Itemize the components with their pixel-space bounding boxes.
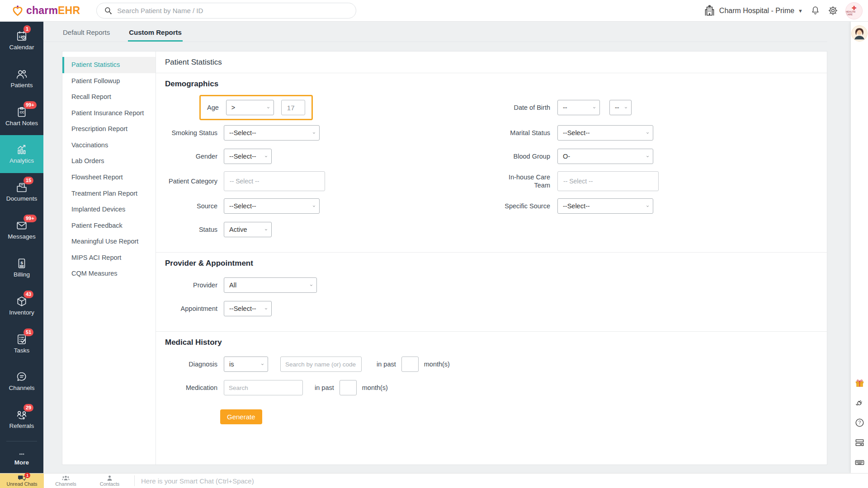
org-avatar[interactable]: ✚ HEALTH CARE <box>845 2 863 19</box>
medical-cross-icon: ✚ <box>852 6 856 10</box>
dob-day-select[interactable]: -- <box>609 100 632 115</box>
patients-icon <box>16 68 28 80</box>
app-logo: charmEHR <box>12 5 80 17</box>
blood-group-select[interactable]: O- <box>557 149 653 164</box>
source-select[interactable]: --Select-- <box>224 198 320 214</box>
generate-button[interactable]: Generate <box>220 409 262 424</box>
facility-switcher[interactable]: Charm Hospital - Prime ▼ <box>703 5 803 17</box>
report-item-implanted-devices[interactable]: Implanted Devices <box>62 202 156 218</box>
help-icon[interactable]: ? <box>854 418 865 428</box>
status-label: Status <box>165 225 217 234</box>
documents-badge: 15 <box>24 177 33 184</box>
section-provider-appointment: Provider & Appointment Provider All Appo… <box>156 252 827 331</box>
report-item-cqm-measures[interactable]: CQM Measures <box>62 266 156 282</box>
contacts-tab[interactable]: Contacts <box>88 474 132 488</box>
report-item-prescription-report[interactable]: Prescription Report <box>62 121 156 137</box>
medical-history-heading: Medical History <box>165 338 818 347</box>
sidebar-item-chart-notes[interactable]: CC 99+ Chart Notes <box>0 98 43 136</box>
sidebar-item-tasks[interactable]: 51 Tasks <box>0 325 43 363</box>
report-item-mips-aci-report[interactable]: MIPS ACI Report <box>62 250 156 266</box>
row-status: Status Active <box>165 218 818 241</box>
tab-custom-reports[interactable]: Custom Reports <box>128 24 183 42</box>
assistant-avatar[interactable] <box>851 25 868 42</box>
report-item-patient-insurance-report[interactable]: Patient Insurance Report <box>62 105 156 122</box>
tab-default-reports[interactable]: Default Reports <box>62 24 111 42</box>
custom-reports-panel: Patient Statistics Patient Followup Reca… <box>62 51 827 465</box>
gift-icon[interactable] <box>854 378 865 388</box>
report-item-patient-followup[interactable]: Patient Followup <box>62 73 156 89</box>
age-highlight-box: Age > <box>199 95 313 120</box>
smart-chat-input[interactable]: Here is your Smart Chat (Ctrl+Space) <box>135 474 868 488</box>
sidebar-item-billing[interactable]: $ Billing <box>0 249 43 287</box>
report-item-flowsheet-report[interactable]: Flowsheet Report <box>62 169 156 186</box>
sidebar-item-calendar[interactable]: 12 1 Calendar <box>0 22 43 60</box>
svg-text:12: 12 <box>19 35 22 38</box>
sidebar-item-patients[interactable]: Patients <box>0 60 43 98</box>
charm-heart-icon <box>12 5 24 17</box>
medication-months-input[interactable] <box>340 380 357 395</box>
diagnosis-operator-select[interactable]: is <box>224 357 268 372</box>
sidebar-item-referrals[interactable]: 29 Referrals <box>0 400 43 438</box>
report-item-patient-feedback[interactable]: Patient Feedback <box>62 218 156 234</box>
sidebar-item-inventory[interactable]: 43 Inventory <box>0 287 43 325</box>
layout-icon[interactable] <box>854 437 865 448</box>
appointment-select[interactable]: --Select-- <box>224 301 272 316</box>
keyboard-icon[interactable] <box>854 457 865 468</box>
row-provider: Provider All <box>165 273 818 297</box>
age-operator-select[interactable]: > <box>226 100 274 115</box>
report-item-recall-report[interactable]: Recall Report <box>62 89 156 105</box>
channels-group-icon <box>62 475 70 481</box>
unread-chats-tab[interactable]: 1 Unread Chats <box>0 474 44 488</box>
hospital-building-icon <box>703 5 716 17</box>
report-item-treatment-plan-report[interactable]: Treatment Plan Report <box>62 186 156 202</box>
report-item-vaccinations[interactable]: Vaccinations <box>62 137 156 154</box>
row-diagnosis: Diagnosis is in past month(s) <box>165 352 818 376</box>
provider-select[interactable]: All <box>224 277 317 293</box>
channels-tab[interactable]: Channels <box>44 474 88 488</box>
plug-icon[interactable] <box>854 398 865 408</box>
sidebar-item-channels[interactable]: Channels <box>0 362 43 400</box>
gender-select[interactable]: --Select-- <box>224 149 272 164</box>
notifications-bell-icon[interactable] <box>810 5 821 16</box>
report-item-lab-orders[interactable]: Lab Orders <box>62 153 156 169</box>
page-title: Patient Statistics <box>156 52 827 73</box>
settings-gear-icon[interactable] <box>828 5 838 16</box>
smoking-status-select[interactable]: --Select-- <box>224 125 320 141</box>
diagnosis-search-input[interactable] <box>280 357 362 372</box>
diagnosis-label: Diagnosis <box>165 360 217 368</box>
medication-months-label: month(s) <box>362 384 388 391</box>
messages-badge: 99+ <box>24 215 37 222</box>
status-select[interactable]: Active <box>224 222 272 237</box>
facility-name[interactable]: Charm Hospital - Prime <box>719 7 794 15</box>
medication-search-input[interactable] <box>224 380 303 395</box>
blood-group-label: Blood Group <box>498 152 550 160</box>
age-value-input[interactable] <box>281 100 305 115</box>
patient-search[interactable] <box>96 3 356 19</box>
specific-source-select[interactable]: --Select-- <box>557 198 653 214</box>
channels-icon <box>16 371 28 383</box>
provider-label: Provider <box>165 281 217 289</box>
row-source-specific: Source --Select-- Specific Source --Sele… <box>165 194 818 218</box>
report-item-patient-statistics[interactable]: Patient Statistics <box>62 57 156 73</box>
report-item-meaningful-use-report[interactable]: Meaningful Use Report <box>62 234 156 250</box>
patient-category-input[interactable]: -- Select -- <box>224 171 325 191</box>
reports-tabs: Default Reports Custom Reports <box>43 22 827 42</box>
svg-text:?: ? <box>858 420 861 425</box>
sidebar-item-more[interactable]: More <box>0 444 43 473</box>
care-team-input[interactable]: -- Select -- <box>557 171 659 191</box>
chevron-down-icon <box>262 306 268 312</box>
dob-month-select[interactable]: -- <box>557 100 600 115</box>
search-input[interactable] <box>117 7 349 14</box>
analytics-icon <box>16 144 28 155</box>
logo-text: charmEHR <box>26 5 80 17</box>
sidebar-item-analytics[interactable]: Analytics <box>0 135 43 173</box>
search-icon[interactable] <box>104 6 113 15</box>
sidebar-item-messages[interactable]: 99+ Messages <box>0 211 43 249</box>
age-label: Age <box>207 104 219 111</box>
chevron-down-icon[interactable]: ▼ <box>798 8 803 14</box>
svg-text:CC: CC <box>20 111 24 114</box>
marital-status-select[interactable]: --Select-- <box>557 125 653 141</box>
diagnosis-months-input[interactable] <box>401 357 419 372</box>
chevron-down-icon <box>310 130 316 136</box>
sidebar-item-documents[interactable]: 15 Documents <box>0 173 43 211</box>
